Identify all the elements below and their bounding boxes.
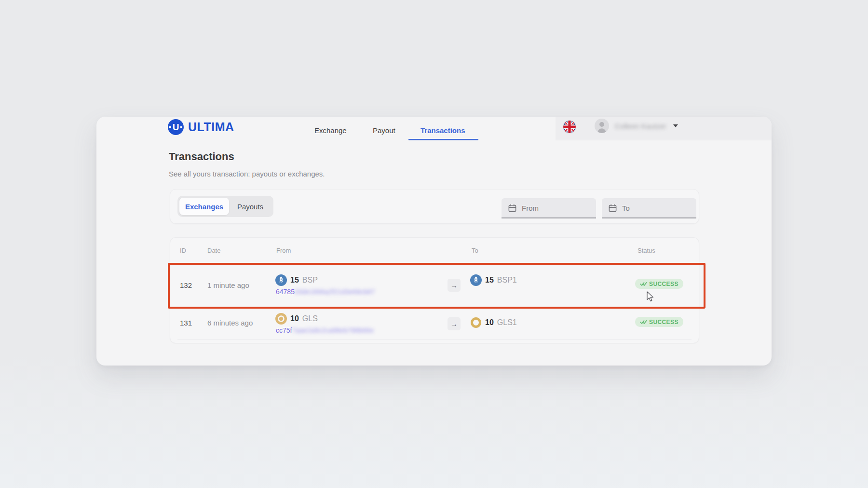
tab-exchange[interactable]: Exchange [314, 126, 347, 135]
row-131-from-currency: GLS [302, 314, 318, 323]
uk-flag-icon [563, 121, 576, 133]
arrow-glyph: → [450, 320, 458, 328]
gls1-coin-icon [470, 317, 482, 328]
column-header-date: Date [207, 247, 220, 254]
page-title: Transactions [169, 150, 234, 163]
row-131-from: 10 GLS [275, 313, 318, 325]
column-header-from: From [276, 247, 291, 254]
column-header-id: ID [180, 247, 186, 254]
mouse-cursor [645, 291, 656, 304]
row-131-date: 6 minutes ago [207, 319, 253, 327]
highlight-box [168, 263, 705, 309]
gls-coin-icon [275, 313, 287, 325]
user-name: Colleen Kautzer [615, 122, 666, 130]
date-from-input[interactable] [522, 204, 584, 212]
status-label: SUCCESS [649, 319, 678, 325]
date-to-field[interactable] [602, 198, 696, 218]
calendar-icon [608, 203, 617, 213]
row-131-status-badge: SUCCESS [635, 317, 683, 327]
transaction-type-switch: Exchanges Payouts [177, 196, 273, 217]
tab-payout[interactable]: Payout [373, 126, 395, 135]
logo-letter: U [173, 122, 179, 133]
brand-logo[interactable]: U ULTIMA [168, 119, 234, 135]
avatar [595, 119, 609, 133]
table-bottom-divider [177, 339, 692, 340]
tab-transactions[interactable]: Transactions [420, 126, 465, 135]
chevron-down-icon [673, 124, 678, 127]
column-header-to: To [472, 247, 478, 254]
ultima-coin-icon: U [168, 119, 184, 135]
row-131-to-amount: 10 [485, 318, 494, 327]
row-131-id: 131 [180, 319, 192, 327]
tab-payouts[interactable]: Payouts [229, 198, 271, 215]
page-subtitle: See all yours transaction: payouts or ex… [169, 170, 325, 178]
language-button[interactable] [563, 121, 576, 133]
hash-blurred: 7aae2a9c2ca98eb788b66e [292, 326, 374, 334]
brand-name: ULTIMA [188, 120, 234, 134]
page-background: U ULTIMA Exchange Payout Transactions [0, 0, 868, 488]
hash-prefix: cc75f [276, 326, 292, 334]
row-131-to-currency: GLS1 [497, 318, 517, 327]
date-to-input[interactable] [622, 204, 685, 212]
date-from-field[interactable] [502, 198, 596, 218]
double-check-icon [640, 319, 647, 325]
arrow-right-icon: → [448, 317, 461, 330]
row-131-from-amount: 10 [290, 314, 299, 323]
row-131-tx-hash[interactable]: cc75f7aae2a9c2ca98eb788b66e [276, 326, 374, 334]
calendar-icon [508, 203, 517, 213]
tab-exchanges[interactable]: Exchanges [179, 198, 229, 215]
user-menu[interactable]: Colleen Kautzer [595, 119, 678, 133]
column-header-status: Status [637, 247, 655, 254]
row-131-to: 10 GLS1 [470, 317, 517, 328]
active-tab-underline [408, 139, 478, 140]
